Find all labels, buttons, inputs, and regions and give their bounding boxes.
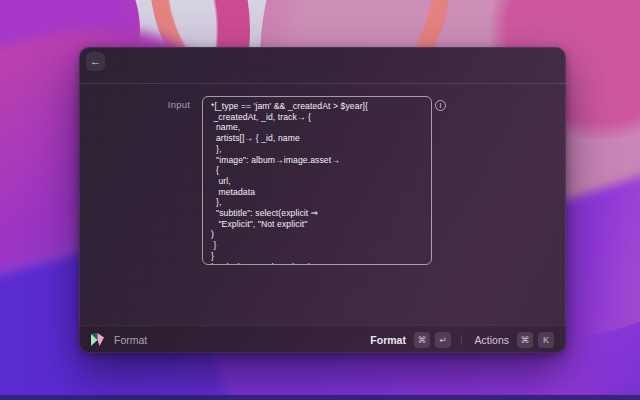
header-divider <box>79 83 566 84</box>
footer-actions: Format ⌘ ↵ | Actions ⌘ K <box>370 332 554 348</box>
query-code-text: *[_type == 'jam' && _createdAt > $year]{… <box>211 101 423 265</box>
back-arrow-icon: ← <box>90 55 101 67</box>
footer-extension-label: Format <box>114 334 147 346</box>
footer-extension: Format <box>91 333 147 347</box>
actions-menu-button[interactable]: Actions <box>475 334 509 346</box>
back-button[interactable]: ← <box>86 52 105 71</box>
return-key-icon: ↵ <box>435 332 451 348</box>
wallpaper-shape <box>0 395 640 400</box>
info-icon[interactable]: i <box>435 100 446 111</box>
query-input-editor[interactable]: *[_type == 'jam' && _createdAt > $year]{… <box>202 96 432 265</box>
format-extension-icon <box>91 333 105 347</box>
format-action-button[interactable]: Format <box>370 334 406 346</box>
footer-action-bar: Format Format ⌘ ↵ | Actions ⌘ K <box>79 325 566 353</box>
input-field-label: Input <box>79 99 190 110</box>
k-key-icon: K <box>538 332 554 348</box>
footer-separator: | <box>460 334 463 345</box>
window-header: ← <box>79 47 566 83</box>
cmd-key-icon: ⌘ <box>517 332 533 348</box>
raycast-window: ← Input *[_type == 'jam' && _createdAt >… <box>79 47 566 353</box>
cmd-key-icon: ⌘ <box>414 332 430 348</box>
